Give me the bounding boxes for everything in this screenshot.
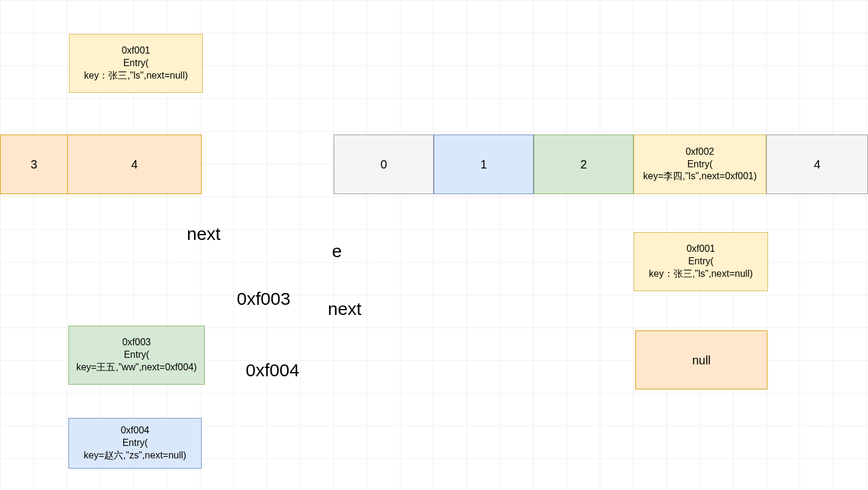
cell-label: 4	[814, 157, 820, 172]
label-e: e	[332, 241, 342, 261]
entry-type: Entry(	[123, 57, 149, 70]
entry-type: Entry(	[688, 255, 714, 268]
entry-detail: key：张三,"ls",next=null)	[649, 268, 753, 280]
entry-addr: 0xf004	[121, 425, 149, 437]
entry-f004: 0xf004 Entry( key=赵六,"zs",next=null)	[68, 418, 202, 469]
right-cell-2: 2	[534, 135, 634, 194]
entry-addr: 0xf001	[121, 45, 150, 57]
cell-label: 4	[131, 157, 137, 172]
entry-detail: key：张三,"ls",next=null)	[84, 70, 188, 82]
entry-f003: 0xf003 Entry( key=王五,"ww",next=0xf004)	[68, 326, 205, 385]
right-cell-1: 1	[434, 135, 534, 194]
entry-type: Entry(	[687, 158, 713, 171]
cell-label: 2	[580, 157, 587, 172]
cell-label: 0	[380, 157, 387, 172]
entry-addr: 0xf001	[687, 243, 715, 255]
right-cell-0: 0	[334, 135, 434, 194]
entry-detail: key=李四,"ls",next=0xf001)	[643, 170, 757, 183]
label-addr-f003: 0xf003	[237, 289, 290, 309]
label-next-right: next	[328, 299, 362, 319]
entry-detail: key=王五,"ww",next=0xf004)	[76, 361, 197, 374]
entry-detail: key=赵六,"zs",next=null)	[84, 450, 186, 462]
label-next-top: next	[187, 224, 221, 244]
entry-type: Entry(	[123, 437, 148, 450]
cell-label: 1	[480, 157, 487, 172]
right-cell-f002: 0xf002 Entry( key=李四,"ls",next=0xf001)	[634, 135, 766, 194]
left-cell-4: 4	[67, 135, 202, 194]
right-cell-4: 4	[766, 135, 868, 194]
left-cell-3: 3	[0, 135, 68, 194]
null-label: null	[692, 352, 710, 368]
entry-f001-top: 0xf001 Entry( key：张三,"ls",next=null)	[69, 34, 203, 93]
entry-addr: 0xf003	[122, 336, 151, 349]
null-box: null	[635, 330, 767, 389]
entry-addr: 0xf002	[685, 146, 714, 158]
cell-label: 3	[30, 157, 37, 172]
entry-f001-right: 0xf001 Entry( key：张三,"ls",next=null)	[634, 232, 768, 291]
entry-type: Entry(	[124, 349, 149, 361]
label-addr-f004: 0xf004	[246, 360, 299, 380]
